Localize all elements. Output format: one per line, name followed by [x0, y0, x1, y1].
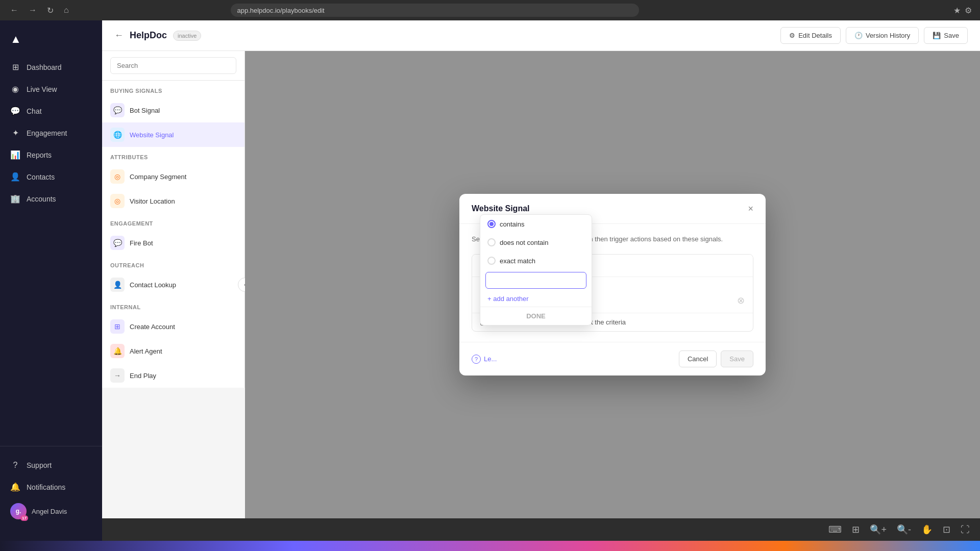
browser-refresh[interactable]: ↻ [45, 4, 56, 17]
option-contains[interactable]: contains [480, 215, 592, 233]
panel-item-create-account[interactable]: ⊞ Create Account [102, 314, 244, 339]
back-button[interactable]: ← [114, 30, 124, 41]
chat-icon: 💬 [10, 106, 20, 116]
sidebar-item-label: Accounts [27, 195, 56, 203]
option-does-not-contain[interactable]: does not contain [480, 233, 592, 252]
sidebar-item-chat[interactable]: 💬 Chat [0, 100, 102, 122]
create-account-icon: ⊞ [110, 319, 125, 334]
sidebar-item-engagement[interactable]: ✦ Engagement [0, 122, 102, 144]
radio-contains [487, 220, 496, 228]
end-play-icon: → [110, 368, 125, 383]
browser-home[interactable]: ⌂ [62, 4, 71, 17]
left-panel-wrapper: BUYING SIGNALS 💬 Bot Signal 🌐 Website Si… [102, 51, 245, 518]
panel-item-alert-agent[interactable]: 🔔 Alert Agent [102, 339, 244, 363]
gear-icon: ⚙ [789, 32, 795, 39]
sidebar-item-notifications[interactable]: 🔔 Notifications [0, 476, 102, 498]
option-exact-match[interactable]: exact match [480, 252, 592, 270]
notification-badge: 17 [20, 515, 28, 521]
browser-forward[interactable]: → [27, 4, 39, 17]
sidebar-bottom: ? Support 🔔 Notifications g. 17 Angel Da… [0, 446, 102, 533]
sidebar-item-dashboard[interactable]: ⊞ Dashboard [0, 56, 102, 78]
panel-item-fire-bot[interactable]: 💬 Fire Bot [102, 231, 244, 255]
section-buying-signals: BUYING SIGNALS [102, 81, 244, 98]
company-segment-icon: ◎ [110, 169, 125, 184]
sidebar-item-label: Support [27, 461, 52, 469]
browser-actions: ★ ⚙ [953, 6, 972, 15]
section-internal: INTERNAL [102, 297, 244, 314]
remove-branch-button[interactable]: ⊗ [737, 295, 745, 306]
avatar: g. 17 [10, 503, 27, 519]
modal-close-button[interactable]: × [748, 204, 753, 213]
sidebar-item-label: Reports [27, 151, 52, 159]
bot-signal-icon: 💬 [110, 103, 125, 117]
section-outreach: OUTREACH [102, 255, 244, 272]
panel-item-website-signal[interactable]: 🌐 Website Signal [102, 122, 244, 147]
fire-bot-icon: 💬 [110, 236, 125, 250]
engagement-icon: ✦ [10, 128, 20, 138]
sidebar-item-label: Engagement [27, 129, 67, 137]
grid-icon[interactable]: ⊞ [850, 522, 862, 537]
sidebar-item-label: Contacts [27, 173, 55, 181]
top-bar: ← HelpDoc inactive ⚙ Edit Details 🕐 Vers… [102, 20, 980, 51]
search-input[interactable] [110, 57, 236, 74]
bottom-toolbar: ⌨ ⊞ 🔍+ 🔍- ✋ ⊡ ⛶ [102, 518, 980, 541]
sidebar-item-accounts[interactable]: 🏢 Accounts [0, 188, 102, 210]
done-button[interactable]: DONE [480, 307, 592, 325]
sidebar-item-label: Chat [27, 107, 42, 115]
user-profile[interactable]: g. 17 Angel Davis [0, 498, 102, 524]
contacts-icon: 👤 [10, 172, 20, 182]
alert-agent-icon: 🔔 [110, 344, 125, 358]
panel-item-end-play[interactable]: → End Play [102, 363, 244, 388]
modal-save-button[interactable]: Save [721, 350, 753, 367]
rainbow-bar [0, 541, 980, 551]
fullscreen-icon[interactable]: ⛶ [959, 522, 972, 537]
sidebar-item-live-view[interactable]: ◉ Live View [0, 78, 102, 100]
website-signal-icon: 🌐 [110, 128, 125, 142]
browser-chrome: ← → ↻ ⌂ app.helpdoc.io/playbooks/edit ★ … [0, 0, 980, 20]
top-bar-actions: ⚙ Edit Details 🕐 Version History 💾 Save [780, 27, 968, 44]
app-container: ▲ ⊞ Dashboard ◉ Live View 💬 Chat ✦ Engag… [0, 20, 980, 541]
sidebar-item-reports[interactable]: 📊 Reports [0, 144, 102, 166]
status-badge: inactive [173, 31, 201, 41]
select-icon[interactable]: ⊡ [941, 522, 952, 537]
page-title: HelpDoc [130, 30, 167, 41]
dashboard-icon: ⊞ [10, 62, 20, 72]
modal-backdrop[interactable]: Website Signal × Select visitor signals … [245, 51, 980, 518]
history-icon: 🕐 [854, 32, 863, 39]
sidebar-item-label: Notifications [27, 483, 65, 491]
keyboard-icon[interactable]: ⌨ [826, 522, 844, 537]
zoom-out-icon[interactable]: 🔍- [895, 522, 913, 537]
live-view-icon: ◉ [10, 84, 20, 94]
cancel-button[interactable]: Cancel [679, 350, 717, 367]
address-bar[interactable]: app.helpdoc.io/playbooks/edit [231, 4, 639, 17]
add-another-link[interactable]: + add another [480, 291, 592, 307]
panel-item-visitor-location[interactable]: ◎ Visitor Location [102, 189, 244, 213]
save-icon: 💾 [933, 32, 941, 39]
modal-footer: ? Le... Cancel Save [459, 342, 766, 375]
browser-back[interactable]: ← [8, 4, 20, 17]
save-button[interactable]: 💾 Save [924, 27, 968, 44]
contact-lookup-icon: 👤 [110, 278, 125, 292]
radio-inner [489, 222, 494, 226]
sidebar-item-contacts[interactable]: 👤 Contacts [0, 166, 102, 188]
canvas-area: Website Signal × Select visitor signals … [245, 51, 980, 518]
content-area: BUYING SIGNALS 💬 Bot Signal 🌐 Website Si… [102, 51, 980, 518]
zoom-in-icon[interactable]: 🔍+ [868, 522, 889, 537]
search-box [102, 51, 244, 81]
edit-details-button[interactable]: ⚙ Edit Details [780, 27, 841, 44]
dropdown-popup: contains does not contain exact match + … [480, 214, 592, 325]
dropdown-text-input[interactable] [485, 272, 586, 289]
modal-title: Website Signal [472, 204, 530, 213]
support-icon: ? [10, 461, 20, 470]
sidebar-item-label: Live View [27, 85, 57, 93]
sidebar-item-support[interactable]: ? Support [0, 455, 102, 476]
panel-item-bot-signal[interactable]: 💬 Bot Signal [102, 98, 244, 122]
version-history-button[interactable]: 🕐 Version History [846, 27, 919, 44]
panel-item-company-segment[interactable]: ◎ Company Segment [102, 164, 244, 189]
section-attributes: ATTRIBUTES [102, 147, 244, 164]
panel-item-contact-lookup[interactable]: 👤 Contact Lookup [102, 272, 244, 297]
accounts-icon: 🏢 [10, 194, 20, 204]
hand-icon[interactable]: ✋ [919, 522, 935, 537]
help-link[interactable]: ? Le... [472, 355, 497, 364]
app-logo: ▲ [0, 29, 102, 56]
